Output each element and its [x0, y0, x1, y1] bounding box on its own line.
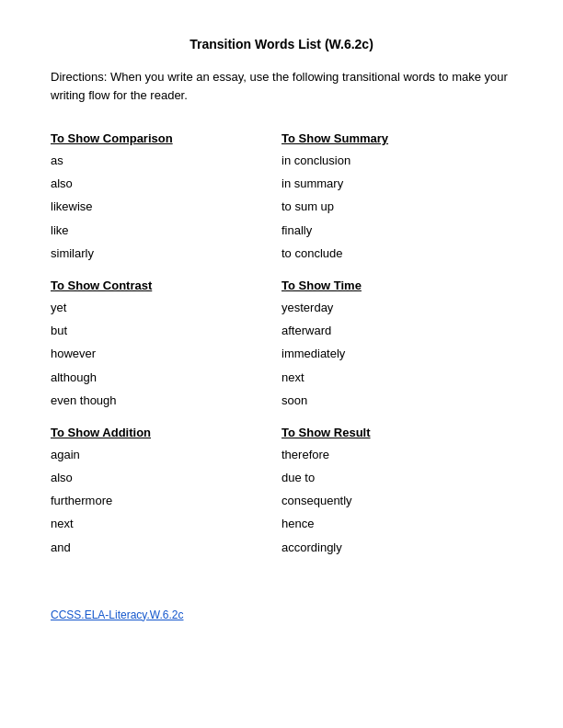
list-item: soon: [282, 392, 512, 409]
list-item: next: [51, 516, 282, 532]
right-section-header-0: To Show Summary: [282, 131, 512, 145]
list-item: also: [51, 470, 282, 486]
list-item: yet: [51, 300, 282, 316]
list-item: similarly: [51, 245, 282, 262]
list-item: to sum up: [282, 199, 512, 215]
list-item: likewise: [51, 199, 282, 215]
list-item: yesterday: [282, 300, 512, 316]
directions-text: Directions: When you write an essay, use…: [51, 68, 512, 104]
left-column: To Show Comparisonasalsolikewiselikesimi…: [51, 131, 282, 563]
list-item: accordingly: [282, 540, 512, 556]
left-section-header-1: To Show Contrast: [51, 279, 282, 292]
list-item: immediately: [282, 346, 512, 362]
word-columns: To Show Comparisonasalsolikewiselikesimi…: [51, 131, 512, 563]
list-item: finally: [282, 222, 512, 239]
list-item: consequently: [282, 493, 512, 509]
list-item: due to: [282, 470, 512, 486]
left-section-header-0: To Show Comparison: [51, 131, 282, 145]
right-column: To Show Summaryin conclusionin summaryto…: [282, 131, 512, 563]
list-item: although: [51, 370, 282, 386]
list-item: in summary: [282, 176, 512, 192]
list-item: also: [51, 176, 282, 192]
right-section-header-2: To Show Result: [282, 426, 512, 439]
list-item: hence: [282, 516, 512, 532]
list-item: next: [282, 370, 512, 386]
page-title: Transition Words List (W.6.2c): [51, 37, 512, 51]
footer-link-container: CCSS.ELA-Literacy.W.6.2c: [51, 609, 512, 621]
list-item: furthermore: [51, 493, 282, 509]
list-item: therefore: [282, 447, 512, 463]
left-section-header-2: To Show Addition: [51, 426, 282, 439]
list-item: as: [51, 153, 282, 169]
list-item: afterward: [282, 323, 512, 339]
list-item: however: [51, 346, 282, 362]
list-item: again: [51, 447, 282, 463]
list-item: but: [51, 323, 282, 339]
list-item: in conclusion: [282, 153, 512, 169]
list-item: even though: [51, 392, 282, 409]
ccss-link[interactable]: CCSS.ELA-Literacy.W.6.2c: [51, 609, 184, 621]
list-item: to conclude: [282, 245, 512, 262]
right-section-header-1: To Show Time: [282, 279, 512, 292]
list-item: like: [51, 222, 282, 239]
list-item: and: [51, 540, 282, 556]
